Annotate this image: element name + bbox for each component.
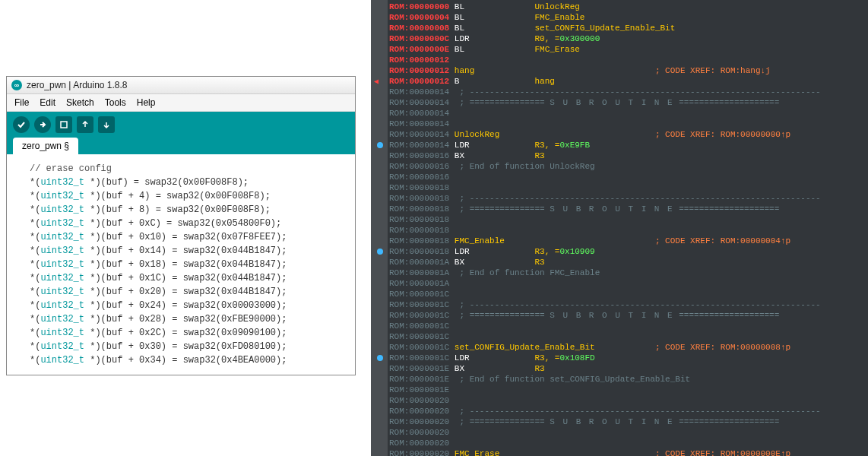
disasm-line: ROM:00000014 [389,108,821,119]
subroutine-header: S U B R O U T I N E [550,310,673,321]
breakpoint-dot[interactable] [377,355,383,361]
address: ROM:0000001C [389,299,455,310]
address: ROM:0000001C [389,289,455,299]
end-function: ; End of function FMC_Enable [455,268,600,278]
tabbar: zero_pwn § [7,138,355,154]
code-comment: // erase config [30,162,332,176]
disassembly-pane[interactable]: ROM:00000000 BL UnlockRegROM:00000004 BL… [371,0,868,456]
disasm-line: ROM:00000018 ; =============== S U B R O… [389,204,821,214]
xref-comment: ; CODE XREF: ROM:00000008↑p [655,342,790,353]
xref-comment: ; CODE XREF: ROM:00000004↑p [655,236,790,246]
code-line: *(uint32_t *)(buf + 0xC) = swap32(0x0548… [30,217,332,230]
mnemonic: BX [455,150,535,161]
disasm-line: ROM:00000016 [389,172,821,182]
disasm-line: ROM:0000001E [389,385,821,395]
address: ROM:00000018 [389,236,455,246]
disasm-line: ROM:0000001C [389,321,821,331]
operand: set_CONFIG_Update_Enable_Bit [534,23,675,33]
tab-zero-pwn[interactable]: zero_pwn § [13,138,78,154]
upload-button[interactable] [34,116,51,133]
code-line: *(uint32_t *)(buf + 0x14) = swap32(0x044… [30,244,332,258]
titlebar[interactable]: ∞ zero_pwn | Arduino 1.8.8 [7,77,355,94]
new-button[interactable] [55,116,72,133]
disasm-line: ROM:00000014 UnlockReg ; CODE XREF: ROM:… [389,129,821,140]
disasm-line: ROM:0000001A ; End of function FMC_Enabl… [389,268,821,278]
code-editor[interactable]: // erase config*(uint32_t *)(buf) = swap… [7,154,355,375]
end-function: ; End of function set_CONFIG_Update_Enab… [455,374,690,385]
code-line: *(uint32_t *)(buf + 0x30) = swap32(0xFD0… [30,340,332,353]
disasm-line: ROM:00000020 FMC_Erase ; CODE XREF: ROM:… [389,448,821,456]
mnemonic: LDR [455,353,535,363]
address: ROM:0000001E [389,363,455,374]
address: ROM:0000001A [389,278,455,289]
disasm-line: ROM:00000014 ; -------------------------… [389,87,821,97]
save-button[interactable] [98,116,115,133]
code-line: *(uint32_t *)(buf) = swap32(0x00F008F8); [30,176,332,189]
address: ROM:00000018 [389,214,455,225]
toolbar [7,112,355,138]
address: ROM:00000014 [389,87,455,97]
disasm-line: ROM:0000001E ; End of function set_CONFI… [389,374,821,385]
menu-tools[interactable]: Tools [100,96,131,109]
disasm-line: ROM:0000000C LDR R0, =0x300000 [389,33,821,44]
code-line: *(uint32_t *)(buf + 0x34) = swap32(0x4BE… [30,353,332,367]
disasm-line: ROM:00000018 [389,214,821,225]
address: ROM:00000018 [389,204,455,214]
disasm-line: ROM:0000001C [389,331,821,342]
disasm-line: ROM:00000020 ; =============== S U B R O… [389,416,821,427]
address: ROM:00000018 [389,182,455,193]
menu-help[interactable]: Help [132,96,160,109]
code-line: *(uint32_t *)(buf + 0x24) = swap32(0x000… [30,299,332,312]
address: ROM:00000020 [389,427,455,438]
disasm-line: ROM:00000018 ; -------------------------… [389,193,821,204]
xref-comment: ; CODE XREF: ROM:0000000E↑p [655,448,790,456]
disasm-line: ROM:0000001A BX R3 [389,257,821,268]
label: FMC_Erase [455,448,655,456]
address: ROM:00000014 [389,108,455,119]
operand: R3 [534,150,544,161]
operand: UnlockReg [534,2,579,12]
arduino-ide-window: ∞ zero_pwn | Arduino 1.8.8 File Edit Ske… [6,76,356,375]
address: ROM:0000000C [389,33,455,44]
mnemonic: BL [455,2,535,12]
address: ROM:0000001C [389,342,455,353]
code-line: *(uint32_t *)(buf + 0x1C) = swap32(0x044… [30,271,332,285]
end-function: ; End of function UnlockReg [455,161,595,172]
menu-file[interactable]: File [10,96,33,109]
disasm-line: ROM:0000000E BL FMC_Erase [389,44,821,55]
disasm-line: ROM:00000020 [389,395,821,406]
immediate: 0x300000 [559,33,600,44]
mnemonic: LDR [455,33,535,44]
mnemonic: LDR [455,246,535,257]
xref-comment: ; CODE XREF: ROM:hang↓j [655,65,771,76]
address: ROM:00000014 [389,97,455,108]
code-line: *(uint32_t *)(buf + 4) = swap32(0x00F008… [30,189,332,203]
operand: R3, = [534,140,559,150]
menu-sketch[interactable]: Sketch [62,96,99,109]
disasm-line: ROM:00000014 ; =============== S U B R O… [389,97,821,108]
address: ROM:00000012 [389,76,455,87]
open-button[interactable] [77,116,93,133]
address: ROM:0000001C [389,310,455,321]
flow-arrow-icon: ◀ [374,77,379,87]
window-title: zero_pwn | Arduino 1.8.8 [27,80,128,90]
breakpoint-dot[interactable] [377,142,383,148]
label: FMC_Enable [455,236,655,246]
address: ROM:00000000 [389,2,455,12]
disasm-line: ROM:0000001C set_CONFIG_Update_Enable_Bi… [389,342,821,353]
label: UnlockReg [455,129,655,140]
verify-button[interactable] [13,116,30,133]
address: ROM:00000008 [389,23,455,33]
disasm-line: ROM:00000018 LDR R3, =0x10909 [372,246,821,257]
menu-edit[interactable]: Edit [35,96,60,109]
breakpoint-dot[interactable] [377,249,383,255]
address: ROM:00000014 [389,129,455,140]
mnemonic: LDR [455,140,535,150]
operand: R3, = [534,353,559,363]
disasm-line: ROM:00000018 [389,182,821,193]
subroutine-header: S U B R O U T I N E [550,97,673,108]
address: ROM:0000001A [389,257,455,268]
disasm-line: ROM:00000014 [389,119,821,129]
disasm-line: ◀ROM:00000012 B hang [372,76,821,87]
arduino-icon: ∞ [11,80,22,90]
